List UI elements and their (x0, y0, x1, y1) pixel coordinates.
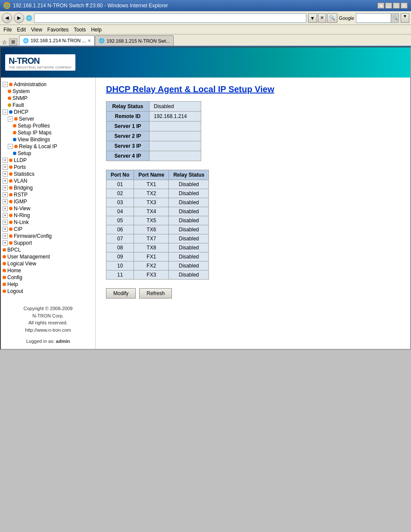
tab-1-close[interactable]: ✕ (87, 38, 91, 43)
sidebar-item-fault[interactable]: Fault (3, 102, 93, 109)
search-icon[interactable]: 🔍 (391, 14, 399, 22)
nring-toggle[interactable]: + (3, 213, 8, 218)
administration-toggle[interactable]: − (3, 82, 8, 87)
window-controls[interactable]: ◄ _ □ ✕ (377, 3, 408, 9)
relay-toggle[interactable]: − (8, 144, 13, 149)
favorites-star[interactable]: ☆ (2, 39, 7, 46)
sidebar-item-user-management[interactable]: User Management (3, 253, 93, 260)
setup-ip-maps-link[interactable]: Setup IP Maps (18, 130, 52, 136)
sidebar-item-snmp[interactable]: SNMP (3, 95, 93, 102)
setup-link[interactable]: Setup (18, 150, 31, 156)
menu-tools[interactable]: Tools (74, 27, 86, 33)
forward-button[interactable]: ▶ (14, 13, 24, 23)
maximize-btn[interactable]: □ (393, 3, 400, 9)
sidebar-item-setup[interactable]: Setup (3, 150, 93, 157)
sidebar-item-vlan[interactable]: + VLAN (3, 177, 93, 184)
quick-tabs-button[interactable]: ⊞ (9, 38, 17, 46)
lldp-toggle[interactable]: + (3, 158, 8, 163)
minimize-button[interactable]: ◄ (377, 3, 384, 9)
sidebar-item-firmware-config[interactable]: + Firmware/Config (3, 233, 93, 240)
sidebar-item-dhcp[interactable]: − DHCP (3, 109, 93, 115)
sidebar-item-view-bindings[interactable]: View Bindings (3, 136, 93, 143)
sidebar-item-bpcl[interactable]: BPCL (3, 246, 93, 253)
nview-toggle[interactable]: + (3, 206, 8, 211)
sidebar-item-administration[interactable]: − Administration (3, 81, 93, 88)
sidebar-item-rstp[interactable]: + RSTP (3, 191, 93, 198)
sidebar-item-home[interactable]: Home (3, 267, 93, 274)
help-link[interactable]: Help (7, 281, 18, 287)
refresh-button[interactable]: Refresh (139, 288, 172, 299)
menu-edit[interactable]: Edit (17, 27, 26, 33)
sidebar-item-system[interactable]: System (3, 88, 93, 95)
config-dot (3, 276, 6, 279)
bridging-toggle[interactable]: + (3, 185, 8, 190)
view-bindings-link[interactable]: View Bindings (18, 137, 50, 143)
sidebar-item-support[interactable]: + Support (3, 240, 93, 246)
sidebar-item-igmp[interactable]: + IGMP (3, 198, 93, 205)
sidebar-item-setup-profiles[interactable]: Setup Profiles (3, 122, 93, 129)
sidebar-item-lldp[interactable]: + LLDP (3, 157, 93, 164)
go-stop-button[interactable]: ✕ (318, 13, 326, 23)
cip-toggle[interactable]: + (3, 227, 8, 232)
port-table-row: 05 TX5 Disabled (106, 216, 209, 225)
ports-toggle[interactable]: + (3, 165, 8, 170)
system-link[interactable]: System (12, 88, 30, 94)
sidebar-item-bridging[interactable]: + Bridging (3, 184, 93, 191)
sidebar-item-logical-view[interactable]: Logical View (3, 260, 93, 267)
modify-button[interactable]: Modify (106, 288, 136, 299)
sidebar-item-help[interactable]: Help (3, 281, 93, 288)
sidebar-item-nring[interactable]: + N-Ring (3, 212, 93, 219)
sidebar-item-nview[interactable]: + N-View (3, 205, 93, 212)
header-banner: N-TRON THE INDUSTRIAL NETWORK COMPANY (1, 47, 410, 78)
search-box: 🔍 (356, 13, 399, 23)
refresh-nav-button[interactable]: ▼ (308, 13, 317, 23)
server-toggle[interactable]: − (8, 116, 13, 121)
search-options-button[interactable]: ▼ (401, 13, 409, 23)
dhcp-toggle[interactable]: − (3, 109, 8, 115)
menu-file[interactable]: File (3, 27, 12, 33)
rstp-toggle[interactable]: + (3, 192, 8, 197)
menu-help[interactable]: Help (91, 27, 102, 33)
sidebar-item-relay-local-ip[interactable]: − Relay & Local IP (3, 143, 93, 150)
tab-1[interactable]: 🌐 192.168.1.214 N-TRON ... ✕ (19, 35, 95, 46)
bridging-label: Bridging (14, 185, 33, 191)
cell-relay-status: Disabled (169, 198, 209, 207)
sidebar-item-setup-ip-maps[interactable]: Setup IP Maps (3, 129, 93, 136)
firmware-config-toggle[interactable]: + (3, 233, 8, 239)
back-button[interactable]: ◀ (2, 13, 12, 23)
tab-2[interactable]: 🌐 192.168.1.215 N-TRON Swt... (95, 35, 174, 46)
sidebar-item-server[interactable]: − Server (3, 115, 93, 122)
vlan-label: VLAN (14, 178, 27, 184)
sidebar-item-nlink[interactable]: + N-Link (3, 219, 93, 226)
cell-port-name: TX2 (134, 189, 169, 198)
sidebar-item-config[interactable]: Config (3, 274, 93, 281)
sidebar-item-cip[interactable]: + CIP (3, 226, 93, 233)
close-btn[interactable]: ✕ (401, 3, 408, 9)
statistics-toggle[interactable]: + (3, 171, 8, 177)
support-toggle[interactable]: + (3, 240, 8, 246)
menu-view[interactable]: View (31, 27, 42, 33)
setup-profiles-link[interactable]: Setup Profiles (18, 123, 50, 129)
bpcl-link[interactable]: BPCL (7, 247, 21, 253)
snmp-link[interactable]: SNMP (12, 95, 28, 101)
home-link[interactable]: Home (7, 268, 21, 274)
tabs-bar: ☆ ⊞ 🌐 192.168.1.214 N-TRON ... ✕ 🌐 192.1… (0, 34, 411, 47)
server-label: Server (19, 116, 34, 122)
nlink-toggle[interactable]: + (3, 220, 8, 225)
vlan-dot (9, 179, 12, 183)
user-management-link[interactable]: User Management (7, 254, 50, 260)
menu-favorites[interactable]: Favorites (47, 27, 68, 33)
search-input[interactable] (356, 14, 391, 22)
minimize-btn[interactable]: _ (385, 3, 392, 9)
fault-link[interactable]: Fault (12, 102, 24, 108)
config-link[interactable]: Config (7, 274, 22, 280)
sidebar-item-ports[interactable]: + Ports (3, 164, 93, 171)
sidebar-item-statistics[interactable]: + Statistics (3, 171, 93, 177)
address-input[interactable]: http://192.168.1.214/man.ssi (34, 13, 306, 23)
sidebar-item-logout[interactable]: Logout (3, 288, 93, 295)
vlan-toggle[interactable]: + (3, 178, 8, 184)
logical-view-link[interactable]: Logical View (7, 261, 36, 267)
igmp-toggle[interactable]: + (3, 199, 8, 204)
logout-link[interactable]: Logout (7, 288, 23, 294)
go-button[interactable]: 🔍 (327, 13, 337, 23)
